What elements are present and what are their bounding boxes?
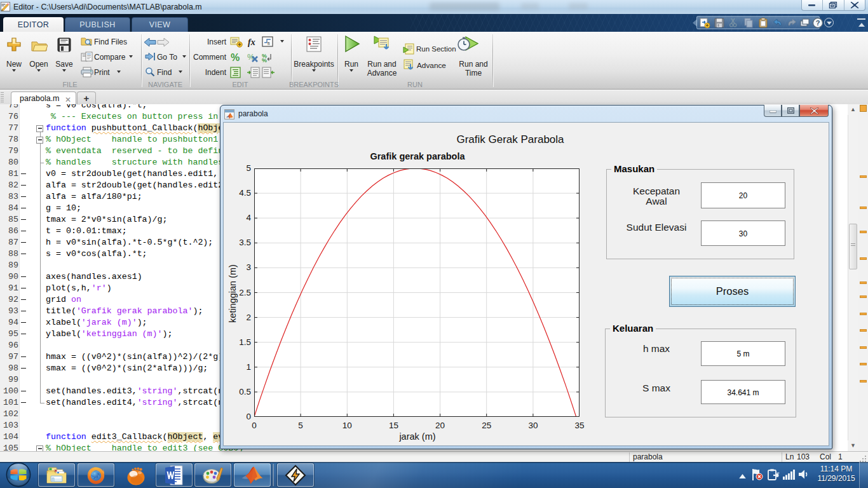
svg-text:?: ?	[816, 19, 820, 27]
svg-text:fx: fx	[248, 37, 255, 47]
svg-text:%: %	[231, 52, 240, 63]
svg-text:%: %	[262, 57, 267, 63]
svg-text:fi: fi	[268, 41, 270, 46]
